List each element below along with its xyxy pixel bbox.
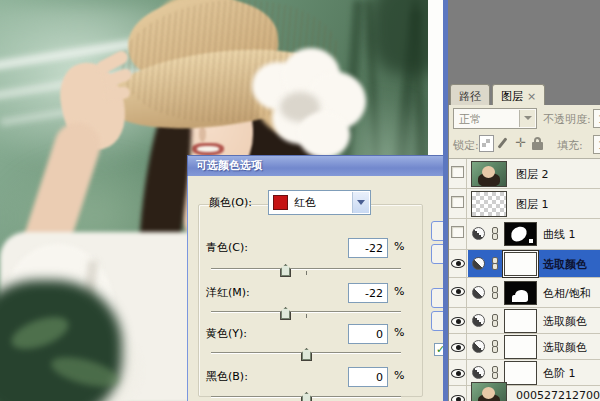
layer-name[interactable]: 选取颜色 — [543, 313, 587, 328]
blend-mode-value: 正常 — [459, 113, 481, 126]
panel-well: 路径图层× 正常 不透明度: 1 锁定: ✛ 填充: 1 图层 2图层 1曲线 … — [448, 0, 600, 401]
tab-layers-label: 图层 — [501, 90, 523, 103]
layer-thumbnail-white[interactable] — [504, 309, 537, 333]
visibility-toggle[interactable] — [449, 386, 467, 401]
black-label: 黑色(B): — [206, 369, 248, 384]
layers-list: 图层 2图层 1曲线 1选取颜色色相/饱和选取颜色选取颜色色阶 10005272… — [449, 158, 600, 401]
adjustment-layer-icon — [472, 257, 485, 270]
yellow-slider[interactable] — [211, 348, 401, 362]
cyan-label: 青色(C): — [206, 240, 248, 255]
layer-row-main[interactable]: 色相/饱和 — [468, 278, 600, 307]
chevron-down-icon — [524, 116, 532, 120]
eye-icon — [451, 343, 465, 352]
link-icon — [491, 340, 499, 354]
blend-mode-dropdown[interactable]: 正常 — [453, 108, 537, 129]
magenta-value-field[interactable]: -22 — [348, 283, 388, 303]
layer-row-main[interactable]: 选取颜色 — [468, 334, 600, 359]
layer-row[interactable]: 选取颜色 — [449, 308, 600, 334]
visibility-toggle[interactable] — [449, 219, 467, 249]
fill-label: 填充: — [557, 138, 583, 153]
dialog-titlebar[interactable]: 可选颜色选项 — [187, 155, 447, 176]
layer-row-main[interactable]: 00052721270002 — [468, 386, 600, 401]
slider-thumb[interactable] — [280, 264, 291, 277]
layer-row-main[interactable]: 选取颜色 — [468, 308, 600, 333]
black-slider[interactable] — [211, 392, 401, 401]
layer-thumbnail-white[interactable] — [504, 252, 537, 276]
layer-row-main[interactable]: 曲线 1 — [468, 219, 600, 249]
brush-lock-icon[interactable] — [498, 135, 513, 152]
black-unit: % — [394, 369, 404, 382]
yellow-label: 黄色(Y): — [206, 326, 247, 341]
layer-name[interactable]: 选取颜色 — [543, 339, 587, 354]
move-lock-icon[interactable]: ✛ — [513, 135, 528, 152]
layer-row[interactable]: 图层 1 — [449, 189, 600, 219]
layer-name[interactable]: 00052721270002 — [516, 388, 600, 401]
layer-row[interactable]: 00052721270002 — [449, 386, 600, 401]
fill-field-clipped[interactable]: 1 — [593, 135, 600, 154]
layer-row-main[interactable]: 选取颜色 — [468, 250, 600, 277]
dropdown-button[interactable] — [352, 192, 369, 213]
link-icon — [491, 286, 499, 300]
visibility-toggle[interactable] — [449, 334, 467, 359]
tab-paths[interactable]: 路径 — [450, 84, 490, 105]
layer-name[interactable]: 图层 2 — [516, 166, 549, 181]
layer-name[interactable]: 色相/饱和 — [543, 285, 591, 300]
slider-track — [211, 268, 401, 270]
layer-thumbnail-photo[interactable] — [471, 161, 507, 187]
slider-thumb[interactable] — [301, 348, 312, 361]
slider-thumb[interactable] — [301, 392, 312, 401]
layer-row-main[interactable]: 图层 1 — [468, 189, 600, 218]
layer-row[interactable]: 选取颜色 — [449, 250, 600, 278]
layer-name[interactable]: 图层 1 — [516, 196, 549, 211]
slider-track — [211, 311, 401, 313]
layer-thumbnail-curves[interactable] — [504, 222, 537, 246]
tab-layers[interactable]: 图层× — [492, 84, 545, 105]
cyan-slider[interactable] — [211, 264, 401, 278]
yellow-value-field[interactable]: 0 — [348, 324, 388, 344]
adjustment-layer-icon — [472, 286, 485, 299]
visibility-toggle[interactable] — [449, 360, 467, 385]
visibility-toggle[interactable] — [449, 250, 467, 277]
blend-mode-row: 正常 不透明度: 1 — [449, 108, 600, 132]
link-icon — [491, 227, 499, 241]
layer-thumbnail-photo[interactable] — [471, 382, 507, 401]
adjustment-layer-icon — [472, 314, 485, 327]
lock-row: 锁定: ✛ 填充: 1 — [449, 134, 600, 158]
dialog-title: 可选颜色选项 — [196, 159, 262, 172]
layer-row[interactable]: 色相/饱和 — [449, 278, 600, 308]
layer-name[interactable]: 色阶 1 — [543, 365, 576, 380]
black-value-field[interactable]: 0 — [348, 367, 388, 387]
layer-row[interactable]: 图层 2 — [449, 159, 600, 189]
transparency-lock-icon[interactable] — [479, 135, 494, 152]
magenta-slider[interactable] — [211, 307, 401, 321]
layer-thumbnail-hue[interactable] — [504, 281, 537, 305]
opacity-field-clipped[interactable]: 1 — [593, 109, 600, 128]
cyan-value-field[interactable]: -22 — [348, 238, 388, 258]
link-icon — [491, 366, 499, 380]
lock-label: 锁定: — [453, 138, 479, 153]
visibility-toggle[interactable] — [449, 278, 467, 307]
slider-thumb[interactable] — [280, 307, 291, 320]
eye-icon — [451, 287, 465, 296]
visibility-toggle[interactable] — [449, 189, 467, 218]
dialog-body: 颜色(O): 红色 青色(C): -22 % 洋红(M): -22 % — [187, 176, 447, 401]
layer-thumbnail-checker[interactable] — [471, 191, 507, 217]
layer-row[interactable]: 选取颜色 — [449, 334, 600, 360]
layer-name[interactable]: 选取颜色 — [543, 256, 587, 271]
visibility-toggle[interactable] — [449, 159, 467, 188]
layer-thumbnail-white[interactable] — [504, 335, 537, 359]
visibility-toggle[interactable] — [449, 308, 467, 333]
eye-empty-box — [451, 196, 464, 208]
close-icon[interactable]: × — [527, 90, 536, 103]
full-lock-icon[interactable] — [530, 135, 545, 152]
selective-color-dialog: 可选颜色选项 颜色(O): 红色 青色(C): -22 % 洋红(M): -22… — [187, 155, 447, 401]
slider-center-tick — [306, 314, 307, 318]
layer-name[interactable]: 曲线 1 — [543, 227, 576, 242]
layer-row-main[interactable]: 图层 2 — [468, 159, 600, 188]
color-dropdown[interactable]: 红色 — [268, 190, 371, 215]
layer-thumbnail-white[interactable] — [504, 361, 537, 385]
layer-row[interactable]: 曲线 1 — [449, 219, 600, 250]
dropdown-button[interactable] — [519, 110, 535, 127]
photo-foliage-dark — [370, 0, 428, 75]
magenta-label: 洋红(M): — [206, 285, 250, 300]
